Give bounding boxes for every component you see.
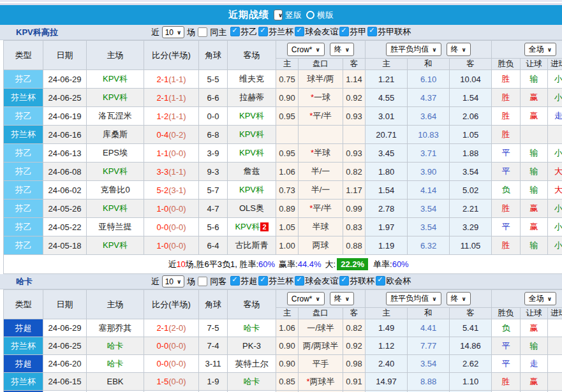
recent-count-select[interactable]: 10 bbox=[162, 275, 185, 287]
checkbox-checked-icon[interactable] bbox=[258, 276, 268, 286]
result-cell: 胜 bbox=[492, 236, 521, 255]
checkbox-checked-icon[interactable] bbox=[295, 276, 304, 286]
home-team-cell: EPS埃 bbox=[87, 144, 144, 163]
league-filter-item[interactable]: 芬超 bbox=[230, 275, 257, 287]
match-row: 芬兰杯24-06-15EBK1-5(0-0)1-9哈卡0.85*两球半0.911… bbox=[4, 373, 562, 391]
avg-odds-select[interactable]: 胜平负均值 bbox=[386, 43, 441, 56]
away-odds-cell: 0.92 bbox=[343, 89, 366, 107]
summary-row: 近10场,胜6平3负1, 胜率:60%赢率:44.4%大:22.2%单率:60% bbox=[4, 255, 562, 274]
score-cell: 0-0(0-0) bbox=[144, 355, 199, 373]
handicap-cell: *一球 bbox=[299, 89, 343, 107]
fulltime-score: 0-0 bbox=[156, 341, 168, 351]
league-filter-item[interactable]: 芬乙 bbox=[230, 26, 257, 38]
away-team-name: 英特土尔 bbox=[235, 359, 269, 368]
league-type-cell: 芬兰杯 bbox=[4, 373, 43, 391]
team-name-link[interactable]: 哈卡 bbox=[16, 276, 33, 287]
date-cell: 24-05-26 bbox=[43, 200, 87, 218]
kpv-matches-table: 类型 日期 主场 比分(半场) 角球 客场 Crow* 终 胜平负均值 终 全场 bbox=[3, 40, 562, 274]
away-team-cell: KPV科 bbox=[228, 126, 276, 144]
league-filter-item[interactable]: 欧会杯 bbox=[376, 275, 411, 287]
away-odds-cell: 0.83 bbox=[343, 218, 366, 236]
score-cell: 3-3(1-1) bbox=[144, 163, 199, 181]
fulltime-score: 2-1 bbox=[156, 93, 168, 103]
radio-unselected-icon[interactable] bbox=[306, 11, 314, 19]
bookmaker-select[interactable]: Crow* bbox=[287, 43, 325, 56]
home-team-name: KPV科 bbox=[103, 240, 128, 250]
halftime-score: (1-1) bbox=[168, 75, 186, 84]
result-cell: 平 bbox=[492, 355, 521, 373]
checkbox-checked-icon[interactable] bbox=[376, 276, 385, 286]
league-filter-item[interactable]: 芬兰杯 bbox=[258, 26, 293, 38]
match-row: 芬乙24-06-29KPV科2-1(1-1)5-5维夫克0.75球半/两1.14… bbox=[4, 70, 562, 89]
result-cell: 平 bbox=[492, 144, 521, 163]
avg-draw-cell: 3.54 bbox=[408, 355, 450, 373]
league-filter-item[interactable]: 芬甲 bbox=[339, 26, 366, 38]
league-filter-item[interactable]: 芬兰杯 bbox=[258, 275, 293, 287]
sub-header-goals: 进球 bbox=[548, 308, 562, 319]
same-venue-checkbox[interactable] bbox=[198, 277, 207, 286]
league-type-cell: 芬乙 bbox=[4, 144, 43, 163]
layout-radio-vertical[interactable]: 竖版 bbox=[274, 10, 302, 21]
home-team-cell: 塞那乔其 bbox=[87, 319, 144, 337]
team-name-link[interactable]: KPV科高拉 bbox=[16, 27, 58, 38]
home-team-cell: 亚特兰提 bbox=[87, 218, 144, 236]
handicap-result-cell: 输 bbox=[521, 163, 548, 181]
home-team-cell: KPV科 bbox=[87, 163, 144, 181]
section-header-haka: 哈卡 近 10 场 同客 芬超芬兰杯球会友谊芬联杯欧会杯 bbox=[0, 274, 562, 289]
checkbox-checked-icon[interactable] bbox=[339, 27, 349, 36]
away-team-cell: KPV科2 bbox=[228, 218, 276, 236]
radio-horizontal-label[interactable]: 横版 bbox=[317, 10, 334, 21]
away-odds-cell: 1.14 bbox=[343, 70, 366, 89]
radio-vertical-label[interactable]: 竖版 bbox=[285, 10, 302, 21]
home-team-cell: 哈卡 bbox=[87, 355, 144, 373]
handicap-value: 平/半 bbox=[313, 203, 332, 213]
radio-selected-icon[interactable] bbox=[274, 10, 283, 20]
recent-count-select[interactable]: 10 bbox=[162, 26, 185, 38]
sub-header-odds-home: 主 bbox=[276, 308, 299, 319]
corner-cell: 6-8 bbox=[199, 126, 228, 144]
fulltime-score: 1-1 bbox=[156, 149, 168, 158]
avg-odds-select[interactable]: 胜平负均值 bbox=[386, 292, 441, 305]
handicap-value: 一/球半 bbox=[307, 323, 334, 333]
checkbox-checked-icon[interactable] bbox=[258, 27, 268, 36]
result-cell: 平 bbox=[492, 337, 521, 355]
date-cell: 24-06-20 bbox=[43, 355, 87, 373]
sub-header-avg-away: 客 bbox=[450, 59, 492, 70]
handicap-cell: 一/球半 bbox=[299, 319, 343, 337]
checkbox-checked-icon[interactable] bbox=[339, 276, 349, 286]
layout-radio-horizontal[interactable]: 横版 bbox=[306, 10, 334, 21]
checkbox-checked-icon[interactable] bbox=[295, 27, 304, 36]
handicap-value: 平手 bbox=[313, 359, 329, 368]
match-row: 芬兰杯24-06-25哈卡0-0(0-0)7-4PK-30.90两/两球半0.9… bbox=[4, 337, 562, 355]
scope-group-header: 全场 bbox=[492, 41, 562, 59]
bookmaker-select[interactable]: Crow* bbox=[287, 292, 325, 305]
checkbox-checked-icon[interactable] bbox=[230, 276, 240, 286]
home-team-cell: 洛瓦涅米 bbox=[87, 107, 144, 126]
avg-stage-select[interactable]: 终 bbox=[447, 43, 471, 56]
avg-stage-select[interactable]: 终 bbox=[447, 292, 471, 305]
date-cell: 24-05-18 bbox=[43, 236, 87, 255]
handicap-cell: *平/半 bbox=[299, 200, 343, 218]
checkbox-checked-icon[interactable] bbox=[367, 27, 377, 36]
odds-stage-select[interactable]: 终 bbox=[330, 43, 354, 56]
league-filter-item[interactable]: 球会友谊 bbox=[295, 275, 338, 287]
col-header-corner: 角球 bbox=[199, 41, 228, 70]
score-cell: 0-0(0-0) bbox=[144, 218, 199, 236]
league-filter-item[interactable]: 芬甲联杯 bbox=[367, 26, 411, 38]
checkbox-checked-icon[interactable] bbox=[230, 27, 240, 36]
score-cell: 2-1(2-0) bbox=[144, 319, 199, 337]
home-odds-cell: 0.95 bbox=[276, 144, 299, 163]
away-team-name: 哈卡 bbox=[244, 377, 260, 386]
away-odds-cell: 0.98 bbox=[343, 355, 366, 373]
halftime-score: (0-0) bbox=[168, 341, 186, 351]
league-filter-item[interactable]: 芬联杯 bbox=[339, 275, 374, 287]
scope-select[interactable]: 全场 bbox=[524, 43, 556, 56]
halftime-score: (0-0) bbox=[168, 241, 186, 250]
scope-select[interactable]: 全场 bbox=[524, 292, 556, 305]
handicap-result-cell: 赢 bbox=[521, 373, 548, 391]
odds-stage-select[interactable]: 终 bbox=[330, 292, 354, 305]
date-cell: 24-06-29 bbox=[43, 70, 87, 89]
same-venue-checkbox[interactable] bbox=[198, 27, 207, 37]
handicap-value: 两球半 bbox=[310, 377, 335, 386]
league-filter-item[interactable]: 球会友谊 bbox=[295, 26, 338, 38]
